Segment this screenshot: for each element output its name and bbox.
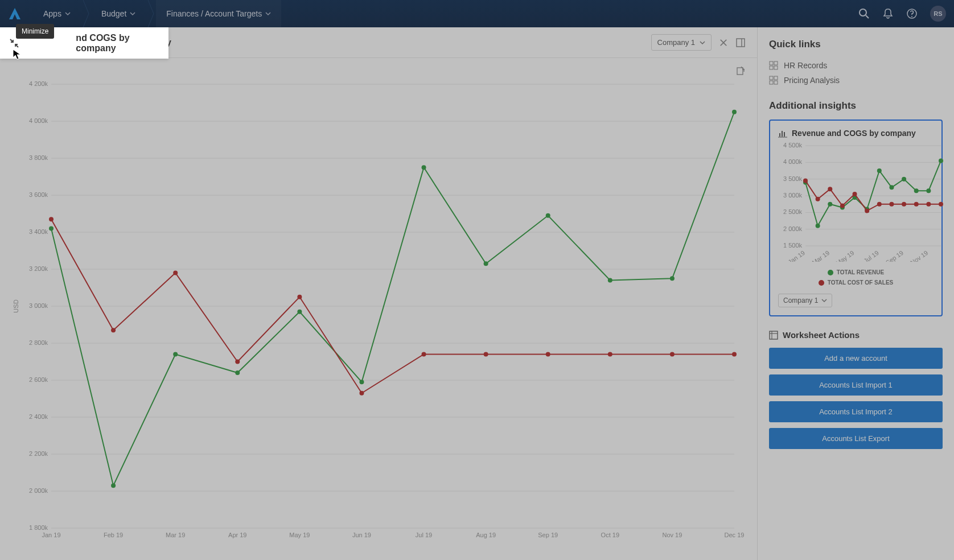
bell-icon[interactable] [882,8,894,19]
nav-separator [146,0,156,27]
svg-point-69 [732,352,737,357]
accounts-export-button[interactable]: Accounts List Export [769,428,943,449]
svg-point-64 [422,352,426,357]
svg-point-117 [840,204,845,208]
svg-point-123 [914,202,919,207]
svg-text:2 000k: 2 000k [783,225,803,232]
minimize-tooltip: Minimize [16,24,54,39]
svg-text:Jan 19: Jan 19 [787,249,806,262]
company-selector-label: Company 1 [657,38,695,47]
svg-text:3 800k: 3 800k [29,154,48,161]
svg-point-48 [173,352,178,357]
svg-point-116 [828,187,832,191]
add-new-account-button[interactable]: Add a new account [769,348,943,369]
breadcrumb-label: Finances / Account Targets [166,9,262,18]
svg-text:Mar 19: Mar 19 [811,249,830,262]
worksheet-actions-heading: Worksheet Actions [769,330,943,340]
minimize-button[interactable] [9,38,19,49]
svg-text:Jan 19: Jan 19 [42,532,60,538]
main-line-chart: 1 800k2 000k2 200k2 400k2 600k2 800k3 00… [11,79,746,560]
nav-budget[interactable]: Budget [91,0,146,27]
svg-rect-74 [770,76,773,80]
quick-link-hr-records[interactable]: HR Records [769,58,943,73]
help-icon[interactable] [906,8,918,19]
svg-text:4 200k: 4 200k [29,80,48,87]
svg-rect-80 [784,132,785,137]
svg-point-65 [484,352,488,357]
svg-point-66 [546,352,550,357]
app-logo[interactable] [8,7,22,20]
svg-text:4 500k: 4 500k [783,142,803,149]
svg-point-118 [853,192,857,196]
nav-separator [81,0,91,27]
svg-point-121 [889,202,894,207]
svg-text:2 800k: 2 800k [29,339,48,346]
svg-text:Feb 19: Feb 19 [104,532,123,538]
svg-point-68 [670,352,675,357]
nav-breadcrumb[interactable]: Finances / Account Targets [156,0,281,27]
svg-text:Oct 19: Oct 19 [601,532,619,538]
svg-point-113 [939,158,943,163]
quick-link-pricing-analysis[interactable]: Pricing Analysis [769,73,943,88]
svg-point-109 [889,185,894,190]
svg-text:May 19: May 19 [834,249,855,262]
nav-budget-label: Budget [101,9,126,18]
svg-point-3 [911,16,912,17]
svg-point-125 [939,202,943,207]
accounts-import-1-button[interactable]: Accounts List Import 1 [769,374,943,396]
quick-link-label: Pricing Analysis [784,76,840,85]
svg-text:2 500k: 2 500k [783,208,803,215]
avatar-initials: RS [934,10,942,17]
svg-point-59 [111,328,116,332]
svg-text:Mar 19: Mar 19 [166,532,185,538]
svg-text:3 200k: 3 200k [29,265,48,272]
svg-point-53 [484,261,488,266]
svg-point-63 [359,391,364,396]
svg-text:2 200k: 2 200k [29,450,48,457]
cursor-icon [13,49,22,60]
svg-point-119 [865,208,869,213]
export-chart-icon[interactable] [735,66,746,76]
svg-point-47 [111,483,116,488]
mini-line-chart: 1 500k2 000k2 500k3 000k3 500k4 000k4 50… [778,142,945,262]
svg-point-120 [877,202,882,207]
svg-text:USD: USD [13,299,19,312]
search-icon[interactable] [858,8,870,19]
svg-text:3 000k: 3 000k [783,192,803,199]
chart-title-highlight-fragment: nd COGS by company [76,33,159,53]
svg-point-124 [926,202,931,207]
insight-card[interactable]: Revenue and COGS by company 1 500k2 000k… [769,120,943,316]
svg-text:Nov 19: Nov 19 [909,249,929,262]
svg-text:Aug 19: Aug 19 [476,532,496,538]
close-chart-icon[interactable] [718,38,729,48]
svg-rect-126 [770,331,778,339]
mini-legend: TOTAL REVENUE TOTAL COST OF SALES [778,267,934,288]
svg-point-62 [297,295,302,299]
svg-text:Nov 19: Nov 19 [662,532,682,538]
chevron-down-icon [65,11,71,17]
chart-panel: Revenue and COGS by company Company 1 1 … [0,27,757,560]
svg-point-115 [816,197,820,201]
svg-text:Jul 19: Jul 19 [862,249,880,262]
svg-point-60 [173,271,178,275]
chevron-down-icon [700,40,705,46]
svg-point-104 [828,202,832,207]
user-avatar[interactable]: RS [930,6,946,22]
nav-apps[interactable]: Apps [33,0,81,27]
svg-rect-70 [770,61,773,65]
mini-company-selector[interactable]: Company 1 [778,294,832,307]
chevron-down-icon [265,11,271,17]
svg-rect-77 [774,81,778,84]
svg-point-67 [608,352,612,357]
svg-text:1 800k: 1 800k [29,524,48,531]
expand-panel-icon[interactable] [735,38,746,48]
svg-text:3 600k: 3 600k [29,191,48,198]
company-selector[interactable]: Company 1 [651,34,712,51]
svg-text:4 000k: 4 000k [783,158,803,165]
highlighted-header-region: Minimize nd COGS by company [0,27,168,59]
svg-rect-73 [774,66,778,69]
svg-text:Jun 19: Jun 19 [352,532,371,538]
svg-line-1 [866,15,869,18]
svg-text:4 000k: 4 000k [29,117,48,124]
accounts-import-2-button[interactable]: Accounts List Import 2 [769,401,943,422]
